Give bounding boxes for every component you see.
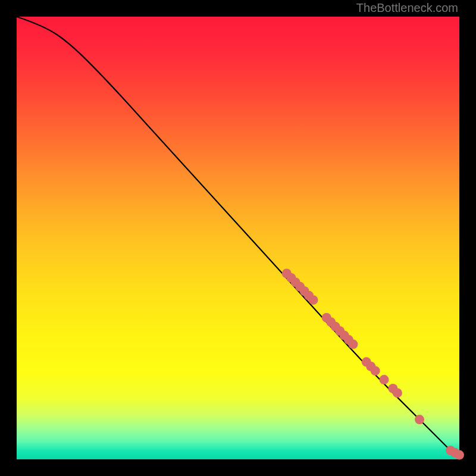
chart-overlay bbox=[17, 17, 459, 459]
data-dot bbox=[348, 340, 358, 349]
attribution-text: TheBottleneck.com bbox=[356, 1, 458, 15]
data-dot bbox=[455, 450, 464, 460]
scatter-group bbox=[282, 269, 464, 460]
data-dot bbox=[380, 375, 389, 384]
data-dot bbox=[415, 415, 424, 424]
data-dot bbox=[393, 388, 402, 397]
data-dot bbox=[308, 295, 318, 305]
data-dot bbox=[371, 366, 380, 375]
